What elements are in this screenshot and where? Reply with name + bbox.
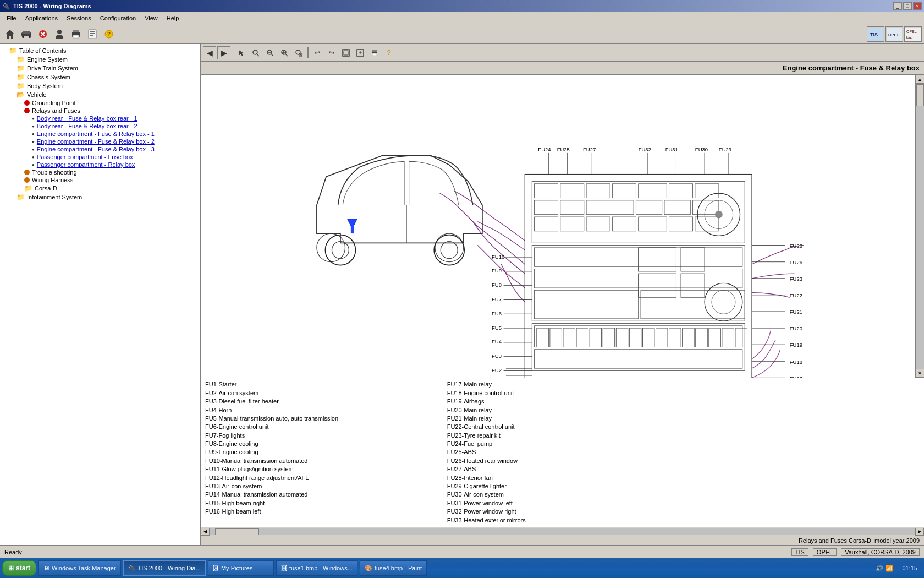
person-button[interactable] [52,26,67,42]
fit-all-tool[interactable] [339,46,353,59]
svg-rect-72 [586,217,610,231]
diagram-scroll-container: FU24 FU25 FU27 FU32 FU31 FU30 FU29 FU28 … [201,75,924,378]
fuse-list-item: FU16-High beam left [205,508,436,516]
tree-engine-sys[interactable]: 📁 Engine System [0,55,200,64]
link-pass-fuse[interactable]: Passenger compartment - Fuse box [37,154,133,160]
tree-pass-fuse[interactable]: ● Passenger compartment - Fuse box [0,153,200,161]
taskbar-my-pictures[interactable]: 🖼 My Pictures [208,560,274,576]
svg-rect-173 [669,328,681,347]
nav-back-button[interactable]: ◀ [203,46,216,59]
menu-applications[interactable]: Applications [21,14,62,23]
tray-network-icon: 🔊 [876,565,883,572]
tree-eng-comp-3[interactable]: ● Engine compartment - Fuse & Relay box … [0,145,200,153]
cursor-tool[interactable] [235,46,248,59]
svg-rect-58 [560,184,584,198]
help-button[interactable]: ? [101,26,117,42]
link-pass-relay[interactable]: Passenger compartment - Relay box [37,161,135,168]
fit-page-tool[interactable] [354,46,367,59]
menu-file[interactable]: File [2,14,21,23]
h-scroll-track[interactable] [210,528,915,535]
tree-body[interactable]: 📁 Body System [0,81,200,90]
scroll-up-arrow[interactable]: ▲ [916,75,925,84]
fuse-list-item: FU19-Airbags [447,397,678,406]
svg-rect-166 [576,328,588,347]
maximize-button[interactable]: □ [903,2,912,10]
diagram-header: Engine compartment - Fuse & Relay box [201,62,924,75]
svg-rect-44 [372,50,377,52]
scroll-left-arrow[interactable]: ◀ [201,528,210,536]
toolbar-right-btn3[interactable]: OPELlogo [904,26,922,42]
scroll-right-arrow[interactable]: ▶ [915,528,924,536]
tree-body-rear-1[interactable]: ● Body rear - Fuse & Relay box rear - 1 [0,114,200,122]
print-button[interactable] [68,26,84,42]
svg-rect-11 [73,35,79,38]
bullet-pass-fuse: ● [32,155,35,160]
fuse-list-item: FU6-Engine control unit [205,423,436,431]
fuse-list-item: FU8-Engine cooling [205,440,436,448]
toolbar-right-btn2[interactable]: OPEL [886,26,903,42]
home-button[interactable] [2,26,18,42]
svg-rect-84 [535,350,743,368]
link-body-rear-1[interactable]: Body rear - Fuse & Relay box rear - 1 [37,115,138,122]
menu-sessions[interactable]: Sessions [62,14,96,23]
svg-line-37 [300,54,302,56]
minimize-button[interactable]: _ [893,2,902,10]
svg-text:FU28: FU28 [790,243,802,249]
zoom-out-tool[interactable] [263,46,277,59]
stop-button[interactable] [35,26,51,42]
news-button[interactable] [85,26,100,42]
bullet-pass-relay: ● [32,162,35,167]
search-tool[interactable] [249,46,262,59]
taskbar-fuse1-bmp[interactable]: 🖼 fuse1.bmp - Windows... [276,560,358,576]
taskbar-tis2000[interactable]: 🔌 TIS 2000 - Wiring Dia... [123,560,206,576]
main-container: 📁 Table of Contents 📁 Engine System 📁 Dr… [0,44,924,545]
svg-rect-10 [73,30,79,32]
link-eng-comp-2[interactable]: Engine compartment - Fuse & Relay box - … [37,138,155,145]
tree-corsa-d[interactable]: 📁 Corsa-D [0,184,200,193]
tree-eng-comp-1[interactable]: ● Engine compartment - Fuse & Relay box … [0,130,200,138]
menu-configuration[interactable]: Configuration [96,14,140,23]
tree-wiring[interactable]: Wiring Harness [0,176,200,184]
tree-toc[interactable]: 📁 Table of Contents [0,46,200,55]
fuse-list-item: FU23-Tyre repair kit [447,432,678,440]
horizontal-scrollbar[interactable]: ◀ ▶ [201,527,924,536]
tree-drivetrain[interactable]: 📁 Drive Train System [0,64,200,73]
taskbar-windows-task-manager[interactable]: 🖥 Windows Task Manager [38,560,121,576]
start-button[interactable]: ⊞ start [2,560,36,576]
link-body-rear-2[interactable]: Body rear - Fuse & Relay box rear - 2 [37,123,138,129]
red-dot-relays [24,108,30,113]
toolbar-right: TIS OPEL OPELlogo [867,26,922,42]
tree-vehicle[interactable]: 📂 Vehicle [0,90,200,99]
redo-tool[interactable]: ↪ [325,46,338,59]
diagram-area[interactable]: FU24 FU25 FU27 FU32 FU31 FU30 FU29 FU28 … [201,75,915,378]
link-eng-comp-1[interactable]: Engine compartment - Fuse & Relay box - … [37,130,155,137]
zoom-in-tool[interactable] [278,46,291,59]
vertical-scrollbar[interactable]: ▲ ▼ [915,75,924,378]
tree-trouble[interactable]: Trouble shooting [0,168,200,176]
scroll-thumb[interactable] [916,84,924,106]
tree-grounding[interactable]: Grounding Point [0,99,200,107]
tree-chassis[interactable]: 📁 Chassis System [0,73,200,81]
print-tool[interactable] [368,46,381,59]
scroll-down-arrow[interactable]: ▼ [916,369,925,378]
toolbar-right-btn1[interactable]: TIS [867,26,884,42]
svg-rect-76 [695,217,719,231]
tree-body-rear-2[interactable]: ● Body rear - Fuse & Relay box rear - 2 [0,122,200,130]
tree-pass-relay[interactable]: ● Passenger compartment - Relay box [0,161,200,168]
svg-point-35 [296,50,300,54]
h-scroll-thumb[interactable] [215,528,259,535]
taskbar-fuse4-bmp[interactable]: 🎨 fuse4.bmp - Paint [360,560,427,576]
scroll-track[interactable] [916,84,924,369]
undo-tool[interactable]: ↩ [311,46,324,59]
zoom-rect-tool[interactable] [292,46,305,59]
tree-relays[interactable]: Relays and Fuses [0,107,200,114]
car-button[interactable] [19,26,34,42]
help-tool[interactable]: ? [382,46,395,59]
tree-infotain[interactable]: 📁 Infotainment System [0,193,200,201]
menu-help[interactable]: Help [162,14,184,23]
link-eng-comp-3[interactable]: Engine compartment - Fuse & Relay box - … [37,146,155,152]
close-button[interactable]: × [913,2,922,10]
tree-eng-comp-2[interactable]: ● Engine compartment - Fuse & Relay box … [0,138,200,145]
menu-view[interactable]: View [140,14,162,23]
nav-fwd-button[interactable]: ▶ [217,46,230,59]
